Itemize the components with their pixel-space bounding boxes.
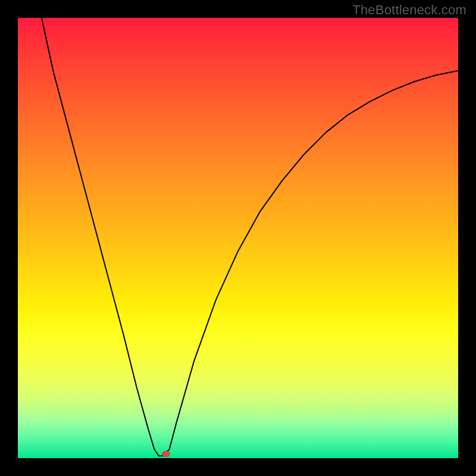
curve-svg (18, 18, 458, 458)
bottleneck-curve (42, 18, 458, 456)
minimum-marker (162, 450, 170, 457)
watermark-text: TheBottleneck.com (352, 2, 466, 18)
chart-frame: TheBottleneck.com (0, 0, 476, 476)
plot-area (18, 18, 458, 458)
